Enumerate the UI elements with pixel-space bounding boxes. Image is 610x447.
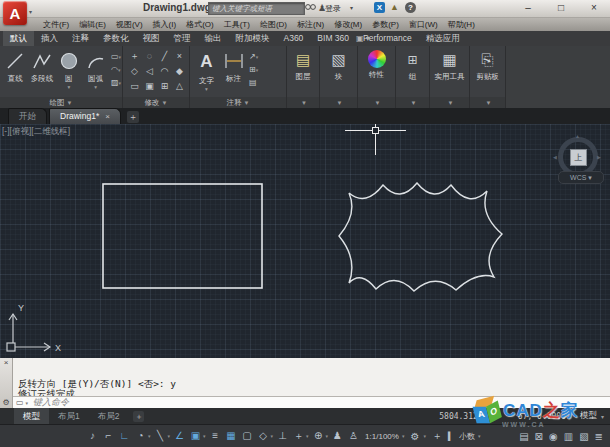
app-menu-caret-icon[interactable]: ▾ — [29, 8, 32, 15]
explode-icon[interactable]: ◆ — [172, 64, 187, 79]
line-button[interactable]: 直线 — [2, 48, 29, 97]
units-caret-icon[interactable]: ▾ — [478, 433, 481, 439]
dynamic-ucs-toggle[interactable]: ⊥ — [276, 427, 289, 445]
erase-icon[interactable]: × — [172, 49, 187, 64]
clean-screen-icon[interactable]: ▧ — [579, 431, 588, 442]
rotate-icon[interactable]: ◌ — [142, 49, 157, 64]
ribbon-tab[interactable]: 精选应用 — [419, 31, 467, 46]
layout-tab[interactable]: 布局1 — [49, 408, 89, 424]
isolate-objects-icon[interactable]: ◉ — [549, 431, 558, 442]
panel-groups[interactable]: ⊞ 组 ▼ — [396, 46, 430, 108]
copy-icon[interactable]: ◇ — [127, 64, 142, 79]
polar-tracking-toggle[interactable]: ╲▾ — [154, 427, 171, 445]
workspace-switch-icon[interactable]: ⚙ — [410, 431, 419, 442]
ribbon-tab[interactable]: 默认 — [3, 31, 34, 46]
ucs-icon[interactable] — [7, 314, 50, 351]
layout-tab[interactable]: 模型 — [14, 408, 49, 424]
quick-properties-icon[interactable]: ▤ — [519, 431, 528, 442]
array-icon[interactable]: ⊞ — [157, 79, 172, 94]
three-d-osnap-toggle[interactable]: ◇▾ — [257, 427, 274, 445]
panel-layers[interactable]: ▤ 图层 ▼ — [287, 46, 320, 108]
chamfer-icon[interactable]: △ — [172, 79, 187, 94]
close-button[interactable]: × — [588, 0, 600, 16]
workspace-caret-icon[interactable]: ▾ — [423, 433, 426, 439]
lock-ui-icon[interactable]: ⊠ — [535, 431, 543, 442]
ribbon-tab[interactable]: BIM 360 — [310, 31, 356, 46]
ribbon-display-toggle-icon[interactable]: ▣ ▾ — [356, 31, 370, 46]
hatch-tool-icon[interactable]: ▨▾ — [111, 78, 121, 88]
panel-annotation-footer[interactable]: 注释▼ — [190, 97, 286, 108]
scale-icon[interactable]: ▣ — [142, 79, 157, 94]
ribbon-tab[interactable]: 附加模块 — [229, 31, 277, 46]
annotation-visibility-toggle[interactable]: ♟ — [331, 427, 344, 445]
ribbon-tab[interactable]: 注释 — [65, 31, 96, 46]
text-dropdown-icon[interactable]: ▾ — [205, 86, 208, 92]
gizmo-toggle[interactable]: ⊕▾ — [312, 427, 329, 445]
search-collapse-icon[interactable]: ▸ — [201, 4, 205, 12]
command-input-caret-icon[interactable]: ▾ — [26, 400, 29, 406]
rectangle-shape[interactable] — [103, 184, 262, 288]
circle-dropdown-icon[interactable]: ▾ — [67, 84, 70, 90]
menu-item[interactable]: 标注(N) — [292, 19, 329, 30]
tab-close-icon[interactable]: × — [105, 109, 110, 124]
menu-item[interactable]: 绘图(D) — [255, 19, 292, 30]
search-input[interactable]: 键入关键字或短语 — [208, 2, 305, 15]
ribbon-tab[interactable]: 输出 — [198, 31, 229, 46]
sign-in-caret-icon[interactable]: ▾ — [350, 2, 353, 14]
annotation-scale-control[interactable]: 1:1/100% — [365, 432, 399, 441]
ribbon-tab[interactable]: A360 — [277, 31, 311, 46]
lineweight-toggle[interactable]: ≡ — [209, 427, 222, 445]
dim-style-icon[interactable]: ▤ — [249, 78, 258, 88]
menu-item[interactable]: 编辑(E) — [74, 19, 111, 30]
table-tool-icon[interactable]: ⊞▾ — [249, 65, 258, 75]
annotation-scale-caret-icon[interactable]: ▾ — [402, 433, 405, 439]
new-layout-button[interactable]: ＋ — [133, 411, 144, 422]
panel-block[interactable]: ▧ 块 ▼ — [320, 46, 358, 108]
maximize-button[interactable]: □ — [555, 0, 567, 16]
menu-item[interactable]: 工具(T) — [219, 19, 255, 30]
tab-drawing1[interactable]: Drawing1* × — [49, 108, 121, 124]
menu-item[interactable]: 插入(I) — [148, 19, 182, 30]
rectangle-tool-icon[interactable]: ▭▾ — [111, 52, 121, 62]
viewcube-top-face[interactable]: 上 — [570, 149, 587, 166]
osnap-tracking-toggle[interactable]: ∠ — [173, 427, 186, 445]
transparency-toggle[interactable]: ▦ — [225, 427, 238, 445]
new-tab-button[interactable]: ＋ — [127, 111, 139, 123]
wcs-dropdown[interactable]: WCS ▾ — [558, 171, 604, 184]
command-input-row[interactable]: ▭ ▾ 键入命令 — [13, 396, 610, 408]
menu-item[interactable]: 窗口(W) — [404, 19, 443, 30]
model-paper-toggle[interactable]: 模型 — [580, 410, 597, 422]
menu-item[interactable]: 参数(P) — [367, 19, 404, 30]
minimize-button[interactable]: – — [522, 0, 534, 16]
tab-start[interactable]: 开始 — [8, 108, 47, 124]
search-binoculars-icon[interactable] — [305, 2, 316, 15]
selection-cycling-toggle[interactable]: ▢ — [241, 427, 254, 445]
sign-in-button[interactable]: 登录 — [325, 3, 341, 14]
command-input-icon[interactable]: ▭ — [16, 398, 24, 407]
polyline-button[interactable]: 多段线 — [29, 48, 56, 97]
panel-utilities[interactable]: ▦ 实用工具 ▼ — [430, 46, 470, 108]
fillet-icon[interactable]: ◠ — [157, 64, 172, 79]
layout-tab[interactable]: 布局2 — [89, 408, 129, 424]
annotation-autoscale-toggle[interactable]: ♙ — [347, 427, 360, 445]
panel-draw-footer[interactable]: 绘图▼ — [0, 97, 122, 108]
menu-item[interactable]: 文件(F) — [38, 19, 74, 30]
grid-display-toggle[interactable]: ∟ — [118, 427, 131, 445]
exchange-apps-icon[interactable]: X — [374, 2, 385, 13]
stretch-icon[interactable]: ▭ — [127, 79, 142, 94]
annotation-monitor-icon[interactable]: ＋ — [432, 429, 442, 443]
revision-cloud-shape[interactable] — [339, 183, 502, 291]
communication-center-icon[interactable]: ▲ — [389, 2, 400, 13]
mirror-icon[interactable]: ◁ — [142, 64, 157, 79]
circle-button[interactable]: 圆 ▾ — [55, 48, 82, 97]
ribbon-tab[interactable]: 管理 — [167, 31, 198, 46]
ribbon-tab[interactable]: 插入 — [34, 31, 65, 46]
menu-item[interactable]: 视图(V) — [111, 19, 148, 30]
arc-button[interactable]: 圆弧 ▾ — [82, 48, 109, 97]
text-button[interactable]: A 文字 ▾ — [193, 48, 220, 97]
snap-mode-toggle[interactable]: ⌐ — [102, 427, 115, 445]
trim-icon[interactable]: ╱ — [157, 49, 172, 64]
ribbon-tab[interactable]: 视图 — [136, 31, 167, 46]
ribbon-tab[interactable]: 参数化 — [96, 31, 136, 46]
customize-icon[interactable]: ≣ — [595, 431, 603, 442]
